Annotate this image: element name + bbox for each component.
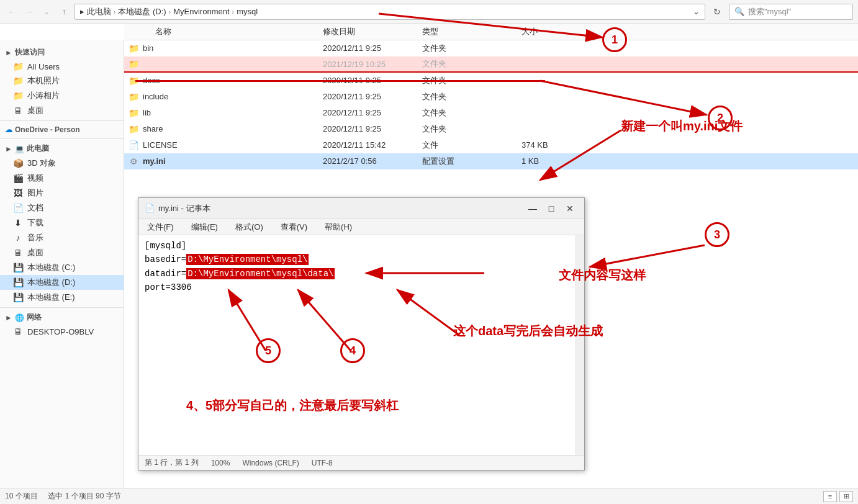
drive-d-icon: 💾 bbox=[12, 277, 24, 287]
sidebar-item-drive-d[interactable]: 💾 本地磁盘 (D:) bbox=[0, 275, 124, 290]
quick-access-header[interactable]: ► 快速访问 bbox=[0, 45, 124, 60]
breadcrumb-part: mysql bbox=[237, 7, 258, 16]
onedrive-label: OneDrive - Person bbox=[15, 125, 80, 134]
sidebar-item-drive-c[interactable]: 💾 本地磁盘 (C:) bbox=[0, 260, 124, 275]
refresh-button[interactable]: ↻ bbox=[709, 4, 725, 20]
file-size-cell: 1 KB bbox=[522, 156, 584, 166]
sidebar-item-docs[interactable]: 📄 文档 bbox=[0, 200, 124, 215]
sidebar-item-label: 视频 bbox=[27, 173, 43, 184]
col-type-header[interactable]: 类型 bbox=[422, 26, 522, 37]
back-button[interactable]: ← bbox=[5, 5, 19, 19]
col-date-header[interactable]: 修改日期 bbox=[323, 26, 422, 37]
col-size-header[interactable]: 大小 bbox=[522, 26, 584, 37]
menu-view[interactable]: 查看(V) bbox=[277, 220, 311, 234]
notepad-line-3: datadir=D:\MyEnvironment\mysql\data\ bbox=[145, 267, 578, 281]
close-button[interactable]: ✕ bbox=[562, 202, 578, 215]
dropdown-button[interactable]: ⌄ bbox=[40, 5, 53, 19]
notepad-content[interactable]: [mysqld] basedir=D:\MyEnvironment\mysql\… bbox=[138, 235, 584, 455]
address-dropdown-button[interactable]: ⌄ bbox=[693, 7, 700, 16]
sidebar-divider bbox=[0, 120, 124, 121]
sidebar-item-desktop2[interactable]: 🖥 桌面 bbox=[0, 245, 124, 260]
line-ending: Windows (CRLF) bbox=[242, 459, 299, 467]
sidebar-item-3d[interactable]: 📦 3D 对象 bbox=[0, 156, 124, 171]
folder-icon: 📁 bbox=[124, 59, 143, 69]
file-type-cell: 配置设置 bbox=[422, 156, 522, 167]
table-row[interactable]: 📁 include 2020/12/11 9:25 文件夹 bbox=[124, 89, 858, 105]
folder-icon: 📁 bbox=[12, 61, 24, 71]
this-pc-chevron: ► bbox=[5, 145, 12, 153]
details-view-button[interactable]: ≡ bbox=[823, 491, 837, 502]
breadcrumb-part: 本地磁盘 (D:) bbox=[118, 6, 166, 17]
file-type-cell: 文件夹 bbox=[422, 107, 522, 119]
table-row[interactable]: 📁 lib 2020/12/11 9:25 文件夹 bbox=[124, 105, 858, 121]
sidebar-item-desktop-network[interactable]: 🖥 DESKTOP-O9BLV bbox=[0, 325, 124, 338]
table-row[interactable]: 📁 2021/12/19 10:25 文件夹 bbox=[124, 56, 858, 73]
drive-c-icon: 💾 bbox=[12, 263, 24, 272]
sidebar-divider3 bbox=[0, 307, 124, 308]
notepad-window: 📄 my.ini - 记事本 — □ ✕ 文件(F) 编辑(E) 格式(O) 查… bbox=[138, 197, 585, 470]
table-row[interactable]: 📁 docs 2020/12/11 9:25 文件夹 bbox=[124, 73, 858, 89]
notepad-title: 📄 my.ini - 记事本 bbox=[145, 203, 210, 214]
col-name-header[interactable]: 名称 bbox=[124, 26, 323, 37]
zoom-level: 100% bbox=[211, 459, 230, 467]
breadcrumb: ▸ 此电脑 › 本地磁盘 (D:) › MyEnvironment › mysq… bbox=[80, 6, 258, 17]
network-header[interactable]: ► 🌐 网络 bbox=[0, 310, 124, 325]
cursor-position: 第 1 行，第 1 列 bbox=[145, 457, 199, 468]
search-icon: 🔍 bbox=[734, 7, 744, 16]
menu-format[interactable]: 格式(O) bbox=[232, 220, 267, 234]
toolbar: ← → ⌄ ↑ ▸ 此电脑 › 本地磁盘 (D:) › MyEnvironmen… bbox=[0, 0, 858, 24]
address-bar[interactable]: ▸ 此电脑 › 本地磁盘 (D:) › MyEnvironment › mysq… bbox=[75, 4, 705, 20]
maximize-button[interactable]: □ bbox=[543, 202, 559, 215]
file-name-cell: include bbox=[143, 92, 323, 101]
file-type-cell: 文件夹 bbox=[422, 58, 522, 70]
sidebar-item-allusers[interactable]: 📁 All Users bbox=[0, 60, 124, 73]
file-type-cell: 文件夹 bbox=[422, 43, 522, 54]
file-name-cell: docs bbox=[143, 76, 323, 85]
forward-button[interactable]: → bbox=[22, 5, 36, 19]
menu-edit[interactable]: 编辑(E) bbox=[187, 220, 222, 234]
file-date-cell: 2020/12/11 9:25 bbox=[323, 76, 422, 85]
sidebar-item-pictures[interactable]: 🖼 图片 bbox=[0, 186, 124, 200]
notepad-line-4: port=3306 bbox=[145, 281, 578, 294]
sidebar-item-desktop1[interactable]: 🖥 桌面 bbox=[0, 103, 124, 118]
sidebar-item-downloads[interactable]: ⬇ 下载 bbox=[0, 215, 124, 230]
file-date-cell: 2020/12/11 9:25 bbox=[323, 43, 422, 53]
status-count: 10 个项目 选中 1 个项目 90 字节 bbox=[5, 491, 121, 502]
folder-icon: 📁 bbox=[12, 91, 24, 101]
sidebar-item-label: All Users bbox=[27, 62, 60, 71]
file-type-cell: 文件夹 bbox=[422, 91, 522, 102]
sidebar-item-drive-e[interactable]: 💾 本地磁盘 (E:) bbox=[0, 290, 124, 305]
videos-icon: 🎬 bbox=[12, 173, 24, 183]
onedrive-header[interactable]: ☁ OneDrive - Person bbox=[0, 124, 124, 136]
table-row[interactable]: 📄 LICENSE 2020/12/11 15:42 文件 374 KB bbox=[124, 137, 858, 153]
this-pc-header[interactable]: ► 💻 此电脑 bbox=[0, 142, 124, 156]
sidebar-item-photos2[interactable]: 📁 小涛相片 bbox=[0, 88, 124, 103]
computer-icon: 💻 bbox=[15, 145, 24, 153]
menu-help[interactable]: 帮助(H) bbox=[321, 220, 356, 234]
table-row[interactable]: 📁 bin 2020/12/11 9:25 文件夹 bbox=[124, 40, 858, 56]
network-icon: 🌐 bbox=[15, 313, 24, 322]
sidebar-item-music[interactable]: ♪ 音乐 bbox=[0, 230, 124, 245]
sidebar-item-label: 本地磁盘 (E:) bbox=[27, 292, 75, 303]
view-buttons: ≡ ⊞ bbox=[823, 491, 853, 502]
file-date-cell: 2020/12/11 9:25 bbox=[323, 124, 422, 133]
search-bar[interactable]: 🔍 搜索"mysql" bbox=[729, 4, 853, 20]
large-icons-view-button[interactable]: ⊞ bbox=[839, 491, 853, 502]
file-date-cell: 2020/12/11 9:25 bbox=[323, 108, 422, 117]
menu-file[interactable]: 文件(F) bbox=[143, 220, 178, 234]
address-sep: › bbox=[169, 8, 171, 16]
address-sep: › bbox=[114, 8, 116, 16]
table-row[interactable]: ⚙ my.ini 2021/2/17 0:56 配置设置 1 KB bbox=[124, 153, 858, 169]
sidebar-item-videos[interactable]: 🎬 视频 bbox=[0, 171, 124, 186]
desktop2-icon: 🖥 bbox=[12, 248, 24, 258]
up-button[interactable]: ↑ bbox=[57, 5, 71, 19]
music-icon: ♪ bbox=[12, 233, 24, 243]
quick-access-label: 快速访问 bbox=[15, 47, 45, 58]
sidebar-divider2 bbox=[0, 138, 124, 139]
sidebar-item-photos1[interactable]: 📁 本机照片 bbox=[0, 73, 124, 88]
table-row[interactable]: 📁 share 2020/12/11 9:25 文件夹 bbox=[124, 121, 858, 137]
notepad-line-1: [mysqld] bbox=[145, 239, 578, 253]
scrollbar[interactable] bbox=[576, 235, 584, 455]
sidebar-item-label: 3D 对象 bbox=[27, 158, 56, 169]
minimize-button[interactable]: — bbox=[525, 202, 541, 215]
